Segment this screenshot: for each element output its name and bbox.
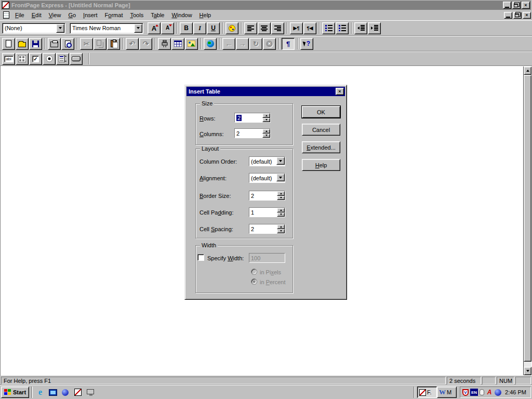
menu-help[interactable]: Help bbox=[196, 11, 215, 19]
menu-view[interactable]: View bbox=[45, 11, 65, 19]
keyboard-language-indicator[interactable]: EN bbox=[470, 389, 478, 396]
increase-indent-button[interactable] bbox=[368, 22, 381, 34]
new-page-button[interactable] bbox=[2, 38, 15, 50]
menu-insert[interactable]: Insert bbox=[79, 11, 101, 19]
dropdown-menu-button[interactable] bbox=[56, 53, 69, 65]
rows-spin-up-button[interactable] bbox=[262, 113, 270, 118]
insert-webbot-button[interactable] bbox=[158, 38, 171, 50]
back-button[interactable]: ← bbox=[222, 38, 235, 50]
columns-spin-down-button[interactable] bbox=[262, 134, 270, 138]
forward-button[interactable]: → bbox=[236, 38, 249, 50]
msn-sphere-quicklaunch-icon[interactable] bbox=[60, 387, 71, 398]
cut-button[interactable]: ✂ bbox=[80, 38, 93, 50]
redo-button[interactable]: ↷ bbox=[139, 38, 152, 50]
refresh-button[interactable]: ↻ bbox=[249, 38, 262, 50]
child-close-button[interactable]: × bbox=[523, 12, 531, 19]
columns-spin-up-button[interactable] bbox=[262, 129, 270, 134]
frontpage-app-icon[interactable] bbox=[2, 2, 9, 9]
outlook-express-quicklaunch-icon[interactable] bbox=[47, 387, 58, 398]
bold-button[interactable]: B bbox=[180, 22, 193, 34]
dialog-close-button[interactable]: × bbox=[336, 88, 344, 95]
task-button-word[interactable]: W M bbox=[437, 387, 457, 398]
child-restore-button[interactable] bbox=[513, 12, 522, 19]
scrolling-textbox-button[interactable] bbox=[16, 53, 29, 65]
rows-spin-down-button[interactable] bbox=[262, 118, 270, 123]
save-button[interactable] bbox=[29, 38, 42, 50]
columns-spinner[interactable]: 2 bbox=[234, 128, 271, 138]
text-direction-ltr-button[interactable]: ▶¶ bbox=[290, 22, 303, 34]
push-button-button[interactable] bbox=[70, 53, 83, 65]
align-left-button[interactable] bbox=[244, 22, 257, 34]
internet-explorer-quicklaunch-icon[interactable]: e bbox=[35, 387, 46, 398]
chevron-down-icon[interactable] bbox=[56, 24, 64, 33]
menu-table[interactable]: Table bbox=[147, 11, 168, 19]
dialog-titlebar[interactable]: Insert Table × bbox=[187, 87, 345, 96]
numbered-list-button[interactable] bbox=[322, 22, 335, 34]
cell-spacing-spin-down-button[interactable] bbox=[277, 229, 285, 234]
mouse-tray-icon[interactable] bbox=[480, 389, 484, 395]
cell-padding-spinner[interactable]: 1 bbox=[249, 207, 285, 217]
text-direction-rtl-button[interactable]: ¶◀ bbox=[303, 22, 316, 34]
vertical-scrollbar[interactable] bbox=[523, 66, 531, 375]
help-pointer-button[interactable]: ? bbox=[300, 38, 313, 50]
document-icon[interactable] bbox=[3, 11, 9, 19]
hyperlink-button[interactable] bbox=[204, 38, 217, 50]
extended-button[interactable]: Extended... bbox=[302, 141, 340, 153]
bullet-list-button[interactable] bbox=[336, 22, 349, 34]
ati-tray-icon[interactable]: A bbox=[486, 389, 493, 396]
print-button[interactable] bbox=[48, 38, 61, 50]
text-color-button[interactable] bbox=[225, 22, 238, 34]
help-button[interactable]: Help bbox=[302, 159, 340, 171]
font-dropdown[interactable]: Times New Roman bbox=[70, 23, 143, 34]
rows-spinner[interactable]: 2 bbox=[234, 113, 271, 123]
print-preview-button[interactable] bbox=[61, 38, 74, 50]
menu-file[interactable]: File bbox=[11, 11, 28, 19]
copy-button[interactable] bbox=[94, 38, 107, 50]
insert-table-button[interactable] bbox=[171, 38, 184, 50]
cell-spacing-spinner[interactable]: 2 bbox=[249, 224, 285, 234]
decrease-text-size-button[interactable]: A bbox=[161, 22, 174, 34]
msn-sphere-tray-icon[interactable] bbox=[495, 389, 501, 396]
show-format-marks-button[interactable]: ¶ bbox=[282, 38, 295, 50]
open-button[interactable] bbox=[16, 38, 29, 50]
insert-image-button[interactable] bbox=[185, 38, 198, 50]
chevron-down-icon[interactable] bbox=[276, 174, 285, 181]
stop-button[interactable]: × bbox=[263, 38, 276, 50]
underline-button[interactable]: U bbox=[207, 22, 220, 34]
italic-button[interactable]: I bbox=[193, 22, 206, 34]
width-value-field[interactable]: 100 bbox=[249, 253, 285, 263]
cell-padding-spin-down-button[interactable] bbox=[277, 212, 285, 217]
form-radio-button[interactable] bbox=[43, 53, 56, 65]
undo-button[interactable]: ↶ bbox=[126, 38, 139, 50]
column-order-dropdown[interactable]: (default) bbox=[249, 156, 285, 166]
paste-button[interactable] bbox=[107, 38, 120, 50]
menu-window[interactable]: Window bbox=[168, 11, 195, 19]
scroll-down-button[interactable] bbox=[524, 367, 531, 375]
close-button[interactable]: × bbox=[522, 2, 530, 9]
border-size-spin-down-button[interactable] bbox=[277, 196, 285, 201]
menu-tools[interactable]: Tools bbox=[126, 11, 147, 19]
in-pixels-radio[interactable] bbox=[251, 269, 257, 275]
decrease-indent-button[interactable] bbox=[354, 22, 367, 34]
cell-padding-spin-up-button[interactable] bbox=[277, 208, 285, 212]
menu-edit[interactable]: Edit bbox=[28, 11, 45, 19]
scroll-up-button[interactable] bbox=[524, 66, 531, 75]
task-button-frontpage[interactable]: F. bbox=[417, 387, 437, 398]
menu-format[interactable]: Format bbox=[101, 11, 127, 19]
app-titlebar[interactable]: FrontPage Express - [Untitled Normal Pag… bbox=[1, 1, 531, 10]
frontpage-quicklaunch-icon[interactable] bbox=[72, 387, 83, 398]
style-dropdown[interactable]: (None) bbox=[2, 23, 65, 34]
align-center-button[interactable] bbox=[258, 22, 271, 34]
chevron-down-icon[interactable] bbox=[276, 157, 285, 165]
align-right-button[interactable] bbox=[271, 22, 284, 34]
border-size-spinner[interactable]: 2 bbox=[249, 191, 285, 201]
ok-button[interactable]: OK bbox=[302, 106, 340, 118]
antivirus-shield-tray-icon[interactable]: V bbox=[462, 389, 469, 396]
desktop-monitor-quicklaunch-icon[interactable] bbox=[85, 387, 96, 398]
scrollbar-thumb[interactable] bbox=[524, 75, 531, 362]
chevron-down-icon[interactable] bbox=[134, 24, 142, 33]
menu-go[interactable]: Go bbox=[64, 11, 79, 19]
cancel-button[interactable]: Cancel bbox=[302, 124, 340, 136]
cell-spacing-spin-up-button[interactable] bbox=[277, 224, 285, 229]
one-line-textbox-button[interactable]: abl bbox=[2, 53, 15, 65]
